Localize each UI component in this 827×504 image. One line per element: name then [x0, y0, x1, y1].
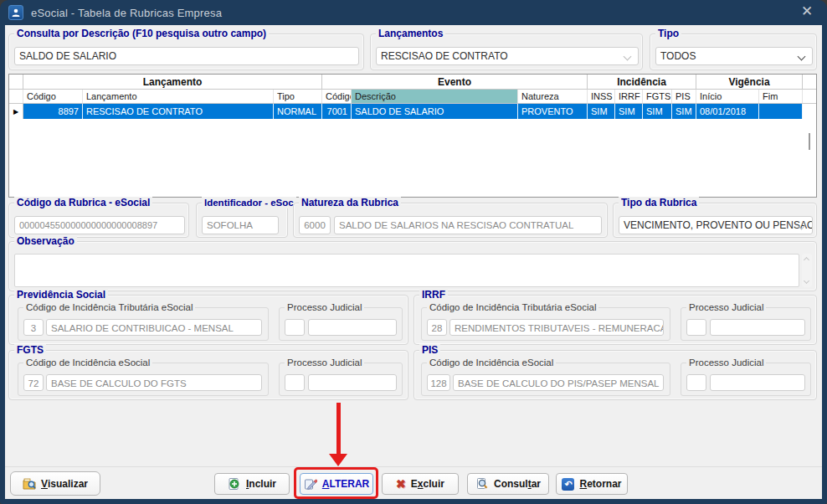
- lancamentos-dropdown[interactable]: RESCISAO DE CONTRATO: [376, 47, 639, 65]
- col-codigo-evento: Código: [322, 90, 352, 103]
- col-fim: Fim: [759, 90, 803, 103]
- close-button[interactable]: ✕: [798, 3, 816, 21]
- fgts-processo-num-input[interactable]: [285, 374, 305, 391]
- retornar-label: Retornar: [579, 478, 621, 490]
- col-descricao: Descrição: [352, 90, 518, 103]
- row-marker-icon: ▶: [9, 104, 23, 119]
- table-row-selected[interactable]: ▶ 8897 RESCISAO DE CONTRATO NORMAL 7001 …: [9, 104, 816, 119]
- fgts-codigo-label: Código de Incidência eSocial: [23, 357, 152, 368]
- irrf-processo-label: Processo Judicial: [686, 301, 766, 313]
- visualizar-button[interactable]: Visualizar: [10, 471, 100, 496]
- fgts-title: FGTS: [14, 344, 46, 356]
- consulta-input[interactable]: SALDO DE SALARIO: [14, 47, 359, 65]
- col-lancamento: Lançamento: [83, 90, 274, 103]
- col-natureza: Natureza: [518, 90, 588, 103]
- observacao-label: Observação: [14, 235, 77, 247]
- grid-column-header: Código Lançamento Tipo Código Descrição …: [9, 90, 816, 104]
- chevron-down-icon: [798, 53, 806, 61]
- previdencia-title: Previdência Social: [14, 289, 108, 301]
- col-gutter: [9, 90, 23, 103]
- pis-processo-num-input[interactable]: [686, 374, 706, 391]
- irrf-desc-input[interactable]: RENDIMENTOS TRIBUTAVEIS - REMUNERACAO ME: [449, 319, 664, 336]
- delete-x-icon: ✖: [396, 477, 406, 491]
- codigo-rubrica-input[interactable]: 000004550000000000000008897: [14, 216, 185, 234]
- col-codigo: Código: [23, 90, 83, 103]
- groupbox-pis: PIS Código de Incidência eSocial 128 BAS…: [414, 350, 817, 400]
- tipo-rubrica-dropdown[interactable]: VENCIMENTO, PROVENTO OU PENSAO: [619, 216, 813, 234]
- title-bar[interactable]: eSocial - Tabela de Rubricas Empresa ✕: [0, 0, 827, 25]
- visualizar-label: Visualizar: [41, 478, 88, 490]
- irrf-codigo-input[interactable]: 28: [427, 319, 447, 336]
- irrf-processo-num-input[interactable]: [686, 319, 706, 336]
- pis-codigo-label: Código de Incidência eSocial: [427, 357, 556, 368]
- previdencia-codigo-label: Código de Incidência Tributária eSocial: [23, 301, 195, 313]
- col-inss: INSS: [588, 90, 615, 103]
- fgts-processo-input[interactable]: [308, 374, 397, 391]
- fgts-desc-input[interactable]: BASE DE CALCULO DO FGTS: [46, 374, 262, 391]
- app-logo-icon: [8, 5, 23, 20]
- scrollbar-track[interactable]: [803, 104, 816, 119]
- previdencia-processo-num-input[interactable]: [285, 319, 305, 336]
- pis-codigo-input[interactable]: 128: [427, 374, 450, 391]
- groupbox-identificador: Identificador - eSoc SOFOLHA: [196, 203, 288, 238]
- previdencia-processo-group: Processo Judicial: [279, 307, 403, 341]
- irrf-processo-group: Processo Judicial: [681, 307, 811, 341]
- previdencia-codigo-group: Código de Incidência Tributária eSocial …: [18, 307, 269, 341]
- pis-desc-input[interactable]: BASE DE CALCULO DO PIS/PASEP MENSAL: [453, 374, 664, 391]
- col-fgts: FGTS: [643, 90, 672, 103]
- identificador-input[interactable]: SOFOLHA: [202, 216, 279, 234]
- app-window: eSocial - Tabela de Rubricas Empresa ✕ C…: [0, 0, 827, 504]
- scroll-down-icon[interactable]: [804, 278, 809, 284]
- groupbox-tipo: Tipo TODOS: [650, 33, 817, 70]
- cell-pis: SIM: [672, 104, 696, 119]
- pis-codigo-group: Código de Incidência eSocial 128 BASE DE…: [421, 363, 670, 396]
- scroll-up-icon[interactable]: [804, 257, 809, 263]
- cell-natureza: PROVENTO: [518, 104, 588, 119]
- excluir-button[interactable]: ✖ Excluir: [382, 473, 459, 495]
- natureza-desc-input[interactable]: SALDO DE SALARIOS NA RESCISAO CONTRATUAL: [334, 216, 602, 234]
- previdencia-processo-input[interactable]: [308, 319, 397, 336]
- return-arrow-icon: ↶: [562, 478, 574, 491]
- annotation-arrow-head: [329, 454, 347, 466]
- band-lancamento: Lançamento: [23, 75, 322, 89]
- groupbox-previdencia: Previdência Social Código de Incidência …: [8, 295, 408, 345]
- fgts-codigo-input[interactable]: 72: [23, 374, 44, 391]
- previdencia-desc-input[interactable]: SALARIO DE CONTRIBUICAO - MENSAL: [46, 319, 262, 336]
- lancamentos-label: Lançamentos: [376, 28, 445, 39]
- fgts-codigo-group: Código de Incidência eSocial 72 BASE DE …: [18, 363, 269, 396]
- fgts-processo-group: Processo Judicial: [279, 363, 403, 396]
- irrf-codigo-label: Código de Incidência Tributária eSocial: [427, 301, 598, 313]
- groupbox-tipo-rubrica: Tipo da Rubrica VENCIMENTO, PROVENTO OU …: [613, 203, 817, 238]
- excluir-label: Excluir: [411, 478, 444, 490]
- consulta-label: Consulta por Descrição (F10 pesquisa out…: [14, 28, 269, 39]
- col-inicio: Início: [696, 90, 759, 103]
- retornar-button[interactable]: ↶ Retornar: [556, 473, 628, 495]
- alterar-label: ALTERAR: [322, 478, 369, 490]
- groupbox-codigo-rubrica: Código da Rubrica - eSocial 000004550000…: [8, 203, 189, 238]
- consultar-button[interactable]: Consultar: [467, 473, 549, 495]
- band-stub: [803, 75, 816, 89]
- scrollbar-thumb[interactable]: [809, 133, 810, 150]
- button-panel-divider: [5, 466, 822, 467]
- irrf-processo-input[interactable]: [710, 319, 805, 336]
- pis-processo-input[interactable]: [710, 374, 805, 391]
- irrf-codigo-group: Código de Incidência Tributária eSocial …: [421, 307, 670, 341]
- cell-lancamento: RESCISAO DE CONTRATO: [83, 104, 274, 119]
- previdencia-codigo-input[interactable]: 3: [23, 319, 44, 336]
- alterar-button[interactable]: ALTERAR: [300, 473, 373, 495]
- natureza-codigo-input[interactable]: 6000: [299, 216, 331, 234]
- codigo-rubrica-label: Código da Rubrica - eSocial: [14, 197, 152, 208]
- search-document-icon: [475, 477, 489, 491]
- col-stub: [803, 90, 816, 103]
- groupbox-observacao: Observação: [8, 241, 817, 291]
- tipo-dropdown[interactable]: TODOS: [655, 47, 813, 65]
- client-area: Consulta por Descrição (F10 pesquisa out…: [5, 25, 822, 499]
- band-evento: Evento: [322, 75, 588, 89]
- rubricas-grid[interactable]: Lançamento Evento Incidência Vigência Có…: [8, 74, 817, 198]
- incluir-button[interactable]: Incluir: [214, 473, 290, 495]
- observacao-textarea[interactable]: [14, 254, 799, 287]
- observacao-scrollbar[interactable]: [802, 254, 812, 287]
- chevron-down-icon: [624, 53, 632, 61]
- col-pis: PIS: [672, 90, 696, 103]
- pis-processo-label: Processo Judicial: [686, 357, 766, 368]
